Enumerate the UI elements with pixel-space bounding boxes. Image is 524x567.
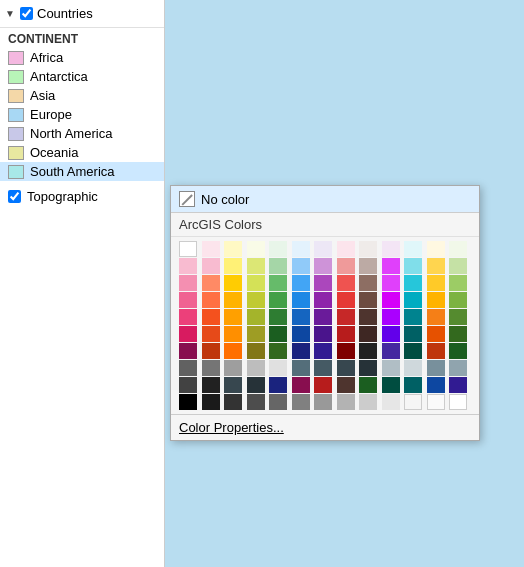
- color-cell[interactable]: [427, 360, 445, 376]
- color-cell[interactable]: [247, 343, 265, 359]
- color-cell[interactable]: [449, 326, 467, 342]
- color-cell[interactable]: [224, 343, 242, 359]
- color-cell[interactable]: [449, 343, 467, 359]
- collapse-arrow-icon[interactable]: ▼: [4, 8, 16, 20]
- color-cell[interactable]: [427, 343, 445, 359]
- color-cell[interactable]: [292, 394, 310, 410]
- color-cell[interactable]: [427, 275, 445, 291]
- color-cell[interactable]: [247, 377, 265, 393]
- color-cell[interactable]: [337, 241, 355, 257]
- color-cell[interactable]: [337, 292, 355, 308]
- color-cell[interactable]: [404, 360, 422, 376]
- color-cell[interactable]: [337, 360, 355, 376]
- color-cell[interactable]: [449, 309, 467, 325]
- color-cell[interactable]: [449, 292, 467, 308]
- color-cell[interactable]: [269, 394, 287, 410]
- color-cell[interactable]: [269, 360, 287, 376]
- color-cell[interactable]: [202, 309, 220, 325]
- color-cell[interactable]: [247, 275, 265, 291]
- color-cell[interactable]: [224, 258, 242, 274]
- color-cell[interactable]: [404, 343, 422, 359]
- color-cell[interactable]: [269, 326, 287, 342]
- color-cell[interactable]: [314, 241, 332, 257]
- legend-item-europe[interactable]: Europe: [0, 105, 164, 124]
- color-cell[interactable]: [179, 292, 197, 308]
- color-cell[interactable]: [359, 241, 377, 257]
- color-cell[interactable]: [292, 343, 310, 359]
- color-cell[interactable]: [314, 377, 332, 393]
- topographic-checkbox[interactable]: [8, 190, 21, 203]
- color-cell[interactable]: [404, 275, 422, 291]
- color-cell[interactable]: [202, 258, 220, 274]
- color-cell[interactable]: [359, 394, 377, 410]
- legend-item-north-america[interactable]: North America: [0, 124, 164, 143]
- color-cell[interactable]: [404, 258, 422, 274]
- color-cell[interactable]: [449, 241, 467, 257]
- countries-checkbox-wrap[interactable]: [20, 7, 33, 20]
- color-cell[interactable]: [337, 258, 355, 274]
- color-cell[interactable]: [202, 360, 220, 376]
- color-cell[interactable]: [382, 292, 400, 308]
- color-cell[interactable]: [359, 309, 377, 325]
- color-cell[interactable]: [269, 292, 287, 308]
- legend-item-asia[interactable]: Asia: [0, 86, 164, 105]
- color-cell[interactable]: [427, 258, 445, 274]
- color-cell[interactable]: [269, 275, 287, 291]
- color-cell[interactable]: [269, 343, 287, 359]
- color-cell[interactable]: [247, 241, 265, 257]
- color-cell[interactable]: [269, 309, 287, 325]
- color-cell[interactable]: [337, 326, 355, 342]
- color-cell[interactable]: [314, 275, 332, 291]
- color-cell[interactable]: [449, 360, 467, 376]
- color-cell[interactable]: [337, 309, 355, 325]
- color-cell[interactable]: [202, 241, 220, 257]
- color-cell[interactable]: [449, 275, 467, 291]
- color-cell[interactable]: [224, 309, 242, 325]
- color-cell[interactable]: [427, 394, 445, 410]
- legend-item-africa[interactable]: Africa: [0, 48, 164, 67]
- color-cell[interactable]: [269, 377, 287, 393]
- color-cell[interactable]: [202, 377, 220, 393]
- color-cell[interactable]: [314, 394, 332, 410]
- color-cell[interactable]: [247, 258, 265, 274]
- color-cell[interactable]: [404, 241, 422, 257]
- color-cell[interactable]: [337, 377, 355, 393]
- color-cell[interactable]: [292, 309, 310, 325]
- color-cell[interactable]: [382, 377, 400, 393]
- color-cell[interactable]: [202, 292, 220, 308]
- color-cell[interactable]: [404, 292, 422, 308]
- color-cell[interactable]: [247, 360, 265, 376]
- color-cell[interactable]: [427, 241, 445, 257]
- color-cell[interactable]: [292, 258, 310, 274]
- color-cell[interactable]: [337, 343, 355, 359]
- color-cell[interactable]: [337, 394, 355, 410]
- color-cell[interactable]: [179, 309, 197, 325]
- color-cell[interactable]: [449, 394, 467, 410]
- color-cell[interactable]: [202, 275, 220, 291]
- color-cell[interactable]: [359, 275, 377, 291]
- color-cell[interactable]: [314, 258, 332, 274]
- color-cell[interactable]: [179, 258, 197, 274]
- color-cell[interactable]: [292, 377, 310, 393]
- color-cell[interactable]: [359, 258, 377, 274]
- color-cell[interactable]: [382, 241, 400, 257]
- color-cell[interactable]: [359, 377, 377, 393]
- color-cell[interactable]: [224, 292, 242, 308]
- color-cell[interactable]: [292, 241, 310, 257]
- color-cell[interactable]: [449, 377, 467, 393]
- color-cell[interactable]: [247, 394, 265, 410]
- color-cell[interactable]: [427, 292, 445, 308]
- countries-checkbox[interactable]: [20, 7, 33, 20]
- color-cell[interactable]: [202, 326, 220, 342]
- color-cell[interactable]: [359, 360, 377, 376]
- color-properties-row[interactable]: Color Properties...: [171, 414, 479, 440]
- color-cell[interactable]: [292, 292, 310, 308]
- color-cell[interactable]: [382, 394, 400, 410]
- color-cell[interactable]: [179, 326, 197, 342]
- color-cell[interactable]: [224, 241, 242, 257]
- color-cell[interactable]: [247, 292, 265, 308]
- color-cell[interactable]: [314, 326, 332, 342]
- color-cell[interactable]: [382, 326, 400, 342]
- color-cell[interactable]: [224, 275, 242, 291]
- color-cell[interactable]: [382, 309, 400, 325]
